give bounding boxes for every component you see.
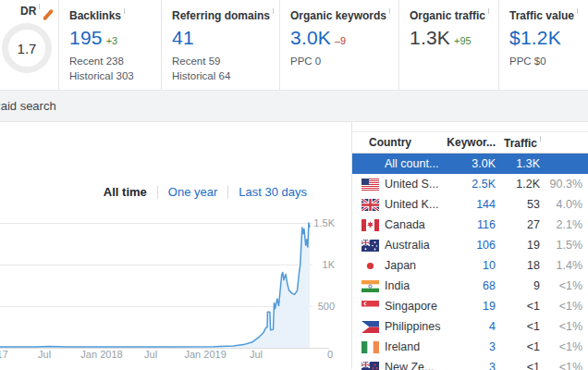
- metric-label: Organic keywords: [290, 8, 398, 22]
- metric-card-referring-domains: Referring domains41Recent 59Historical 6…: [162, 0, 280, 90]
- traffic-value: 9: [496, 279, 540, 292]
- country-cell: India: [352, 279, 442, 292]
- us-flag-icon: [361, 179, 379, 191]
- header-country[interactable]: Country: [352, 136, 442, 149]
- metric-label: Organic traffic: [410, 8, 498, 22]
- traffic-value: 53: [496, 198, 540, 211]
- metric-value[interactable]: 1.3K: [410, 27, 450, 48]
- country-cell: United K...: [352, 198, 442, 211]
- keywords-value[interactable]: 3.0K: [442, 157, 496, 170]
- metric-value[interactable]: 3.0K: [290, 27, 331, 48]
- country-cell: Canada: [352, 218, 442, 231]
- info-tick-icon: [577, 8, 578, 14]
- keywords-value[interactable]: 10: [442, 259, 496, 272]
- tab-one-year[interactable]: One year: [158, 185, 227, 199]
- table-row[interactable]: United K...144534.0%: [352, 194, 588, 215]
- country-name: New Ze...: [385, 361, 435, 370]
- keywords-value[interactable]: 106: [442, 239, 496, 252]
- table-row[interactable]: Ireland3<1<1%: [352, 337, 588, 357]
- country-cell: United S...: [352, 178, 442, 191]
- keywords-value[interactable]: 4: [442, 320, 496, 333]
- metric-sub-line: PPC 0: [290, 54, 398, 68]
- country-cell: Australia: [352, 239, 442, 252]
- x-axis-tick-label: Jul: [38, 349, 51, 360]
- country-name: Ireland: [385, 340, 420, 353]
- organic-traffic-chart-panel: All time One year Last 30 days 05001K1.5…: [0, 122, 351, 369]
- paid-search-bar[interactable]: Paid search: [0, 91, 588, 122]
- metric-delta: +95: [454, 35, 472, 46]
- table-row[interactable]: New Ze...3<1<1%: [352, 357, 588, 370]
- dr-value: 1.7: [2, 41, 52, 56]
- traffic-pct: 1.4%: [540, 259, 588, 272]
- country-name: United S...: [385, 178, 438, 191]
- country-cell: New Ze...: [352, 361, 442, 370]
- country-name: Singapore: [385, 300, 437, 313]
- in-flag-icon: [361, 280, 379, 292]
- traffic-value: <1: [496, 320, 540, 333]
- keywords-value[interactable]: 3: [442, 340, 496, 353]
- country-cell: Philippines: [352, 320, 442, 333]
- tab-last-30-days[interactable]: Last 30 days: [228, 185, 317, 199]
- keywords-value[interactable]: 3: [442, 361, 496, 370]
- header-traffic[interactable]: Traffic: [496, 136, 540, 150]
- country-cell: Singapore: [352, 300, 442, 313]
- metric-value[interactable]: 195: [69, 27, 103, 48]
- ph-flag-icon: [361, 321, 379, 333]
- info-tick-icon: [488, 8, 489, 14]
- metric-card-traffic-value: Traffic value$1.2KPPC $0: [499, 0, 588, 90]
- x-axis-tick-label: Jan 2019: [185, 349, 227, 360]
- table-row[interactable]: Australia106191.5%: [352, 235, 588, 255]
- traffic-pct: <1%: [540, 300, 588, 313]
- traffic-pct: <1%: [540, 320, 588, 333]
- dr-gauge-needle-icon: [43, 8, 54, 20]
- table-row[interactable]: Singapore19<1<1%: [352, 296, 588, 316]
- country-name: United K...: [385, 198, 438, 211]
- info-tick-icon: [39, 4, 40, 9]
- tab-all-time[interactable]: All time: [93, 185, 157, 199]
- jp-flag-icon: [361, 260, 379, 272]
- traffic-pct: 90.3%: [540, 178, 588, 191]
- y-axis-tick-label: 1K: [323, 259, 336, 270]
- nz-flag-icon: [361, 362, 379, 370]
- keywords-value[interactable]: 68: [442, 279, 496, 292]
- table-row[interactable]: United S...2.5K1.2K90.3%: [352, 174, 588, 194]
- keywords-value[interactable]: 144: [442, 198, 496, 211]
- country-name: Japan: [385, 259, 416, 272]
- traffic-area-fill: [0, 223, 310, 348]
- info-tick-icon: [124, 8, 125, 14]
- traffic-value: 1.3K: [496, 157, 540, 170]
- country-table: Country Keywor... Traffic All count...3.…: [351, 122, 588, 369]
- metric-sub-line: Recent 238: [69, 54, 161, 68]
- metric-card-organic-traffic: Organic traffic1.3K+95: [399, 0, 499, 90]
- ie-flag-icon: [361, 341, 379, 353]
- table-row[interactable]: All count...3.0K1.3K: [352, 154, 588, 174]
- metric-card-domain-rating: DR 1.7: [0, 0, 59, 90]
- metric-label: Traffic value: [509, 8, 588, 22]
- table-row[interactable]: Philippines4<1<1%: [352, 316, 588, 337]
- metric-value[interactable]: 41: [172, 27, 194, 48]
- table-row[interactable]: Japan10181.4%: [352, 255, 588, 276]
- info-tick-icon: [273, 8, 274, 14]
- traffic-value: 27: [496, 218, 540, 231]
- x-axis-tick-label: Jan 2018: [80, 349, 122, 360]
- x-axis-tick-label: Jul: [250, 349, 263, 360]
- traffic-value: 18: [496, 259, 540, 272]
- x-axis-tick-label: Jul: [144, 349, 157, 360]
- country-name: Philippines: [385, 320, 440, 333]
- keywords-value[interactable]: 2.5K: [442, 178, 496, 191]
- keywords-value[interactable]: 19: [442, 300, 496, 313]
- metric-sub-line: Historical 303: [69, 68, 161, 83]
- country-name: All count...: [385, 157, 438, 170]
- metric-value[interactable]: $1.2K: [509, 27, 561, 48]
- header-keywords[interactable]: Keywor...: [442, 136, 496, 149]
- country-name: India: [385, 279, 410, 292]
- table-row[interactable]: Canada116272.1%: [352, 215, 588, 235]
- metric-label: Backlinks: [69, 8, 161, 22]
- table-row[interactable]: India689<1%: [352, 276, 588, 296]
- y-axis-tick-label: 500: [318, 301, 335, 312]
- paid-search-label[interactable]: Paid search: [0, 99, 56, 113]
- metric-sub-line: Historical 64: [172, 68, 279, 83]
- keywords-value[interactable]: 116: [442, 218, 496, 231]
- traffic-pct: 4.0%: [540, 198, 588, 211]
- metric-card-backlinks: Backlinks195+3Recent 238Historical 303: [59, 0, 162, 90]
